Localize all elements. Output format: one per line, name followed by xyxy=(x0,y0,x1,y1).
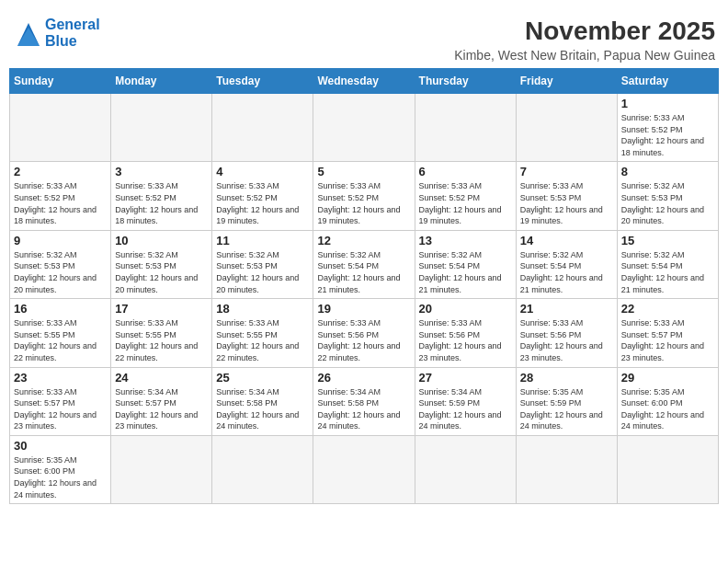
day-info: Sunrise: 5:32 AMSunset: 5:53 PMDaylight:… xyxy=(115,249,208,295)
day-number: 17 xyxy=(115,302,208,316)
calendar-day-cell: 18Sunrise: 5:33 AMSunset: 5:55 PMDayligh… xyxy=(212,299,313,367)
calendar-day-cell: 4Sunrise: 5:33 AMSunset: 5:52 PMDaylight… xyxy=(212,162,313,230)
calendar-day-cell xyxy=(516,435,617,503)
day-number: 20 xyxy=(419,302,512,316)
calendar-day-cell: 21Sunrise: 5:33 AMSunset: 5:56 PMDayligh… xyxy=(516,299,617,367)
day-info: Sunrise: 5:32 AMSunset: 5:53 PMDaylight:… xyxy=(216,249,309,295)
day-info: Sunrise: 5:34 AMSunset: 5:58 PMDaylight:… xyxy=(216,386,309,432)
day-info: Sunrise: 5:32 AMSunset: 5:54 PMDaylight:… xyxy=(317,249,410,295)
calendar-day-cell xyxy=(313,94,415,162)
day-info: Sunrise: 5:33 AMSunset: 5:57 PMDaylight:… xyxy=(621,317,714,363)
calendar-day-cell xyxy=(10,94,111,162)
day-info: Sunrise: 5:33 AMSunset: 5:52 PMDaylight:… xyxy=(419,180,512,226)
day-number: 30 xyxy=(14,439,107,453)
day-number: 11 xyxy=(216,234,309,247)
day-info: Sunrise: 5:32 AMSunset: 5:53 PMDaylight:… xyxy=(621,180,714,226)
calendar-day-cell: 29Sunrise: 5:35 AMSunset: 6:00 PMDayligh… xyxy=(617,367,718,435)
day-info: Sunrise: 5:35 AMSunset: 5:59 PMDaylight:… xyxy=(520,386,613,432)
day-info: Sunrise: 5:33 AMSunset: 5:57 PMDaylight:… xyxy=(14,386,107,432)
calendar-day-cell: 14Sunrise: 5:32 AMSunset: 5:54 PMDayligh… xyxy=(516,230,617,298)
logo-text: GeneralBlue xyxy=(45,17,100,49)
calendar-day-cell xyxy=(212,435,313,503)
day-number: 8 xyxy=(621,165,714,178)
month-title: November 2025 xyxy=(454,17,715,46)
day-of-week-header: Tuesday xyxy=(212,69,313,94)
calendar-day-cell: 20Sunrise: 5:33 AMSunset: 5:56 PMDayligh… xyxy=(415,299,516,367)
calendar-day-cell: 1Sunrise: 5:33 AMSunset: 5:52 PMDaylight… xyxy=(617,94,718,162)
day-number: 15 xyxy=(621,234,714,247)
day-info: Sunrise: 5:33 AMSunset: 5:55 PMDaylight:… xyxy=(14,317,107,363)
day-info: Sunrise: 5:34 AMSunset: 5:59 PMDaylight:… xyxy=(419,386,512,432)
calendar-day-cell: 26Sunrise: 5:34 AMSunset: 5:58 PMDayligh… xyxy=(313,367,415,435)
day-info: Sunrise: 5:32 AMSunset: 5:54 PMDaylight:… xyxy=(621,249,714,295)
calendar-day-cell xyxy=(111,94,212,162)
day-number: 29 xyxy=(621,371,714,385)
day-number: 4 xyxy=(216,165,309,178)
calendar-day-cell: 22Sunrise: 5:33 AMSunset: 5:57 PMDayligh… xyxy=(617,299,718,367)
day-number: 12 xyxy=(317,234,410,247)
day-number: 2 xyxy=(14,165,107,178)
day-info: Sunrise: 5:32 AMSunset: 5:54 PMDaylight:… xyxy=(520,249,613,295)
day-of-week-header: Friday xyxy=(516,69,617,94)
calendar-day-cell: 17Sunrise: 5:33 AMSunset: 5:55 PMDayligh… xyxy=(111,299,212,367)
day-info: Sunrise: 5:33 AMSunset: 5:52 PMDaylight:… xyxy=(621,112,714,158)
day-info: Sunrise: 5:33 AMSunset: 5:56 PMDaylight:… xyxy=(520,317,613,363)
calendar-day-cell xyxy=(212,94,313,162)
logo: GeneralBlue xyxy=(13,17,100,49)
calendar-day-cell: 7Sunrise: 5:33 AMSunset: 5:53 PMDaylight… xyxy=(516,162,617,230)
page-header: GeneralBlue November 2025 Kimbe, West Ne… xyxy=(9,9,719,68)
day-info: Sunrise: 5:32 AMSunset: 5:54 PMDaylight:… xyxy=(419,249,512,295)
day-info: Sunrise: 5:33 AMSunset: 5:55 PMDaylight:… xyxy=(115,317,208,363)
calendar-week-row: 9Sunrise: 5:32 AMSunset: 5:53 PMDaylight… xyxy=(10,230,719,298)
day-number: 23 xyxy=(14,371,107,385)
calendar-day-cell: 24Sunrise: 5:34 AMSunset: 5:57 PMDayligh… xyxy=(111,367,212,435)
calendar-week-row: 30Sunrise: 5:35 AMSunset: 6:00 PMDayligh… xyxy=(10,435,719,503)
day-number: 3 xyxy=(115,165,208,178)
calendar-day-cell xyxy=(617,435,718,503)
calendar-day-cell xyxy=(415,94,516,162)
calendar-day-cell: 13Sunrise: 5:32 AMSunset: 5:54 PMDayligh… xyxy=(415,230,516,298)
day-info: Sunrise: 5:33 AMSunset: 5:56 PMDaylight:… xyxy=(419,317,512,363)
calendar-day-cell: 3Sunrise: 5:33 AMSunset: 5:52 PMDaylight… xyxy=(111,162,212,230)
calendar-week-row: 1Sunrise: 5:33 AMSunset: 5:52 PMDaylight… xyxy=(10,94,719,162)
calendar-day-cell: 23Sunrise: 5:33 AMSunset: 5:57 PMDayligh… xyxy=(10,367,111,435)
day-number: 14 xyxy=(520,234,613,247)
calendar-day-cell: 12Sunrise: 5:32 AMSunset: 5:54 PMDayligh… xyxy=(313,230,415,298)
calendar-day-cell: 16Sunrise: 5:33 AMSunset: 5:55 PMDayligh… xyxy=(10,299,111,367)
day-number: 7 xyxy=(520,165,613,178)
calendar-day-cell: 25Sunrise: 5:34 AMSunset: 5:58 PMDayligh… xyxy=(212,367,313,435)
day-number: 28 xyxy=(520,371,613,385)
calendar-day-cell: 8Sunrise: 5:32 AMSunset: 5:53 PMDaylight… xyxy=(617,162,718,230)
calendar-header-row: SundayMondayTuesdayWednesdayThursdayFrid… xyxy=(10,69,719,94)
calendar-day-cell: 28Sunrise: 5:35 AMSunset: 5:59 PMDayligh… xyxy=(516,367,617,435)
calendar-day-cell: 11Sunrise: 5:32 AMSunset: 5:53 PMDayligh… xyxy=(212,230,313,298)
calendar-title-area: November 2025 Kimbe, West New Britain, P… xyxy=(454,17,715,63)
day-info: Sunrise: 5:33 AMSunset: 5:52 PMDaylight:… xyxy=(317,180,410,226)
calendar-week-row: 16Sunrise: 5:33 AMSunset: 5:55 PMDayligh… xyxy=(10,299,719,367)
calendar-week-row: 23Sunrise: 5:33 AMSunset: 5:57 PMDayligh… xyxy=(10,367,719,435)
calendar-day-cell: 19Sunrise: 5:33 AMSunset: 5:56 PMDayligh… xyxy=(313,299,415,367)
day-of-week-header: Thursday xyxy=(415,69,516,94)
day-number: 25 xyxy=(216,371,309,385)
day-number: 27 xyxy=(419,371,512,385)
day-info: Sunrise: 5:33 AMSunset: 5:52 PMDaylight:… xyxy=(14,180,107,226)
day-info: Sunrise: 5:33 AMSunset: 5:52 PMDaylight:… xyxy=(115,180,208,226)
day-info: Sunrise: 5:33 AMSunset: 5:56 PMDaylight:… xyxy=(317,317,410,363)
day-number: 13 xyxy=(419,234,512,247)
calendar-week-row: 2Sunrise: 5:33 AMSunset: 5:52 PMDaylight… xyxy=(10,162,719,230)
calendar-day-cell: 30Sunrise: 5:35 AMSunset: 6:00 PMDayligh… xyxy=(10,435,111,503)
day-info: Sunrise: 5:34 AMSunset: 5:57 PMDaylight:… xyxy=(115,386,208,432)
day-number: 21 xyxy=(520,302,613,316)
day-number: 19 xyxy=(317,302,410,316)
calendar-day-cell xyxy=(111,435,212,503)
calendar-day-cell: 10Sunrise: 5:32 AMSunset: 5:53 PMDayligh… xyxy=(111,230,212,298)
day-number: 16 xyxy=(14,302,107,316)
day-info: Sunrise: 5:32 AMSunset: 5:53 PMDaylight:… xyxy=(14,249,107,295)
calendar-day-cell xyxy=(415,435,516,503)
calendar-day-cell: 5Sunrise: 5:33 AMSunset: 5:52 PMDaylight… xyxy=(313,162,415,230)
day-info: Sunrise: 5:33 AMSunset: 5:53 PMDaylight:… xyxy=(520,180,613,226)
day-of-week-header: Saturday xyxy=(617,69,718,94)
day-info: Sunrise: 5:33 AMSunset: 5:55 PMDaylight:… xyxy=(216,317,309,363)
day-info: Sunrise: 5:35 AMSunset: 6:00 PMDaylight:… xyxy=(621,386,714,432)
day-number: 6 xyxy=(419,165,512,178)
